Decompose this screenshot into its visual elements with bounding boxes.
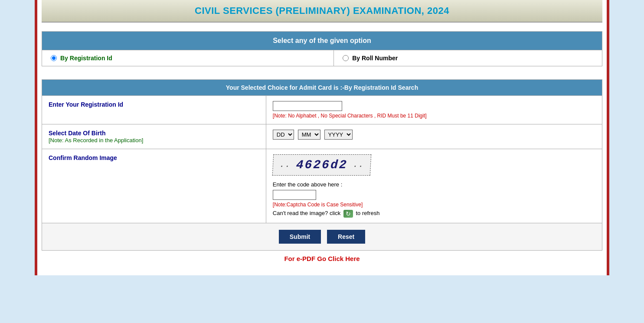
reset-button[interactable]: Reset <box>327 230 365 244</box>
form-table: Your Selected Choice for Admit Card is :… <box>42 79 602 251</box>
option2-cell[interactable]: By Roll Number <box>334 50 602 66</box>
option-selection-table: Select any of the given option By Regist… <box>42 31 602 66</box>
registration-id-input[interactable] <box>273 101 342 111</box>
enter-code-label: Enter the code above here : <box>273 181 595 188</box>
dob-yyyy-select[interactable]: YYYY 1985198619871988 1989199019911992 1… <box>324 130 353 140</box>
dob-label: Select Date Of Birth <box>49 130 105 137</box>
submit-button[interactable]: Submit <box>279 230 321 244</box>
option1-cell[interactable]: By Registration Id <box>42 50 334 66</box>
registration-id-note: [Note: No Alphabet , No Special Characte… <box>273 113 595 119</box>
header-banner: CIVIL SERVICES (PRELIMINARY) EXAMINATION… <box>42 0 602 23</box>
dob-dd-select[interactable]: DD 01020304 05060708 09101112 13141516 1… <box>273 130 294 140</box>
form-header: Your Selected Choice for Admit Card is :… <box>42 80 602 96</box>
option1-radio[interactable] <box>51 55 57 61</box>
captcha-input[interactable] <box>273 190 316 200</box>
option2-label[interactable]: By Roll Number <box>343 55 593 62</box>
epdf-link[interactable]: For e-PDF Go Click Here <box>284 255 360 262</box>
registration-id-row: Enter Your Registration Id [Note: No Alp… <box>42 96 602 124</box>
dob-mm-select[interactable]: MM 01020304 05060708 09101112 <box>298 130 320 140</box>
option-table-header: Select any of the given option <box>42 32 602 50</box>
dob-row: Select Date Of Birth [Note: As Recorded … <box>42 124 602 149</box>
captcha-image: 4626d2 <box>272 154 372 176</box>
refresh-icon[interactable] <box>343 210 353 218</box>
captcha-note: [Note:Captcha Code is Case Sensitive] <box>273 202 595 208</box>
option1-text: By Registration Id <box>60 55 112 62</box>
footer-link[interactable]: For e-PDF Go Click Here <box>42 251 602 267</box>
captcha-value: 4626d2 <box>279 158 364 172</box>
registration-id-label: Enter Your Registration Id <box>49 101 123 108</box>
page-title: CIVIL SERVICES (PRELIMINARY) EXAMINATION… <box>42 5 602 16</box>
option2-text: By Roll Number <box>352 55 398 62</box>
dob-note: [Note: As Recorded in the Application] <box>49 137 143 144</box>
option2-radio[interactable] <box>343 55 349 61</box>
captcha-label: Confirm Random Image <box>49 154 117 161</box>
captcha-row: Confirm Random Image 4626d2 Enter the co… <box>42 149 602 223</box>
option1-label[interactable]: By Registration Id <box>51 55 325 62</box>
button-row: Submit Reset <box>42 223 602 251</box>
cant-read-text: Can't read the image? click to refresh <box>273 210 595 218</box>
